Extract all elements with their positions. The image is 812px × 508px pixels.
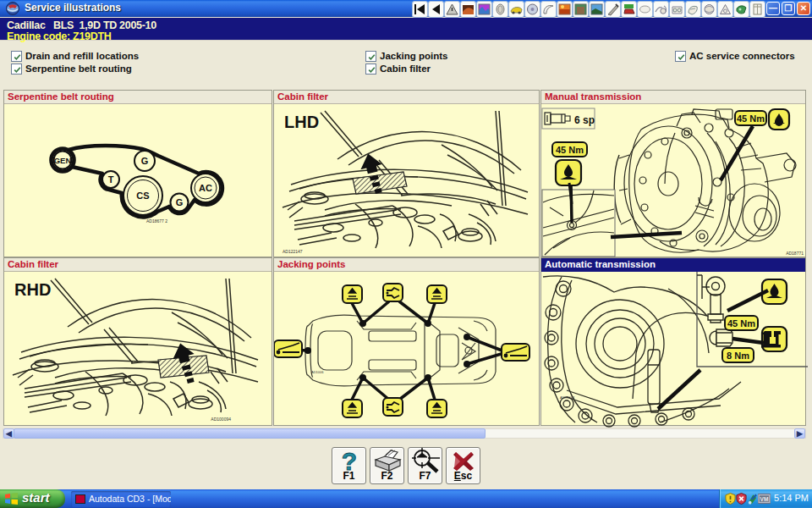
svg-text:AD18677 2: AD18677 2	[146, 218, 167, 224]
svg-text:8 Nm: 8 Nm	[727, 351, 749, 361]
svg-text:RHD: RHD	[14, 280, 51, 299]
svg-text:LHD: LHD	[284, 113, 319, 131]
svg-text:AC: AC	[199, 183, 212, 193]
svg-text:AD1006: AD1006	[311, 370, 324, 374]
svg-text:6 sp: 6 sp	[574, 114, 595, 126]
svg-text:T: T	[108, 174, 114, 185]
svg-text:AD100094: AD100094	[211, 417, 231, 422]
svg-text:GEN: GEN	[54, 156, 72, 165]
svg-text:G: G	[141, 156, 149, 166]
svg-text:45 Nm: 45 Nm	[737, 113, 765, 124]
svg-text:45 Nm: 45 Nm	[556, 145, 584, 155]
svg-text:45 Nm: 45 Nm	[727, 318, 755, 329]
svg-text:ADH9064: ADH9064	[560, 395, 575, 400]
svg-text:CS: CS	[136, 190, 149, 201]
svg-text:AD122147: AD122147	[283, 249, 303, 254]
svg-text:VM: VM	[760, 496, 769, 502]
svg-text:G: G	[176, 197, 184, 207]
svg-text:AD18771: AD18771	[786, 251, 804, 256]
